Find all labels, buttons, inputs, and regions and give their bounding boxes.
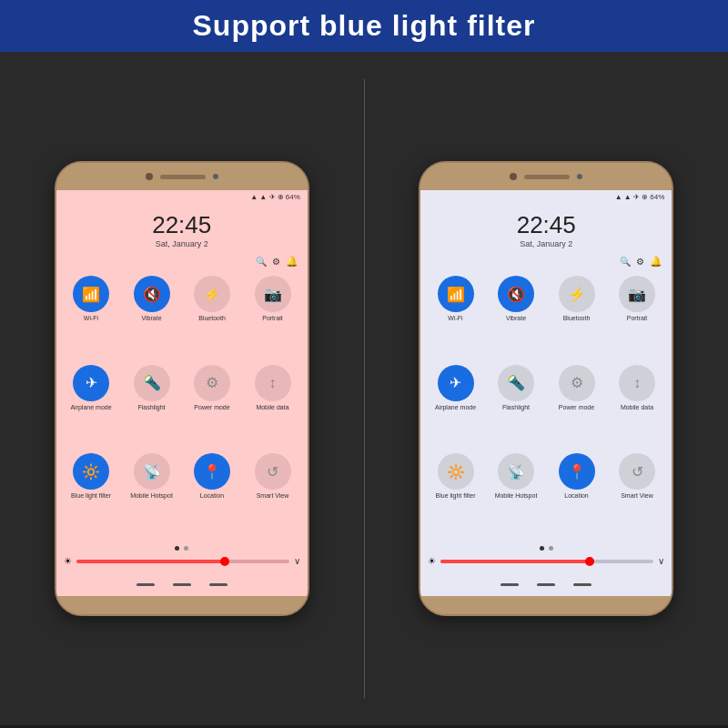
left-bluetooth-item: ⚡ Bluetooth bbox=[185, 276, 240, 359]
right-date: Sat, January 2 bbox=[420, 239, 672, 248]
right-flashlight-btn[interactable]: 🔦 bbox=[498, 365, 534, 401]
right-power-item: ⚙ Power mode bbox=[549, 365, 604, 449]
right-qs-icons: 🔍 ⚙ 🔔 bbox=[420, 253, 672, 270]
right-bluetooth-btn[interactable]: ⚡ bbox=[559, 276, 595, 312]
page-header: Support blue light filter bbox=[0, 0, 728, 52]
right-slider-thumb bbox=[585, 557, 594, 566]
right-bluelight-btn[interactable]: 🔆 bbox=[438, 453, 474, 490]
right-back-btn[interactable] bbox=[500, 583, 519, 586]
right-bluetooth-item: ⚡ Bluetooth bbox=[549, 276, 604, 359]
left-mobiledata-label: Mobile data bbox=[256, 404, 288, 411]
left-notification-icon: 🔔 bbox=[286, 256, 298, 268]
right-airplane-label: Airplane mode bbox=[435, 404, 476, 411]
left-status-icons: ▲ ▲ ✈ ⊕ bbox=[250, 193, 284, 201]
right-screen: ▲ ▲ ✈ ⊕ 64% 22:45 Sat, January 2 🔍 ⚙ 🔔 📶 bbox=[420, 190, 672, 596]
right-bluetooth-label: Bluetooth bbox=[563, 315, 591, 322]
right-location-btn[interactable]: 📍 bbox=[559, 453, 595, 490]
left-vibrate-item: 🔇 Vibrate bbox=[124, 276, 179, 359]
left-bluetooth-btn[interactable]: ⚡ bbox=[194, 276, 230, 312]
right-portrait-item: 📷 Portrait bbox=[610, 276, 665, 359]
right-flashlight-label: Flashlight bbox=[502, 404, 530, 411]
left-location-item: 📍 Location bbox=[185, 453, 240, 537]
right-slider-fill bbox=[440, 560, 590, 563]
right-power-btn[interactable]: ⚙ bbox=[559, 365, 595, 401]
right-airplane-btn[interactable]: ✈ bbox=[438, 365, 474, 401]
left-slider-track[interactable] bbox=[76, 560, 289, 563]
right-search-icon: 🔍 bbox=[620, 257, 631, 267]
right-smartview-btn[interactable]: ↺ bbox=[619, 453, 655, 490]
right-settings-icon: ⚙ bbox=[636, 257, 644, 267]
left-dots bbox=[64, 546, 300, 552]
left-power-item: ⚙ Power mode bbox=[185, 365, 240, 449]
right-vibrate-label: Vibrate bbox=[506, 315, 526, 322]
left-hotspot-btn[interactable]: 📡 bbox=[134, 453, 170, 490]
left-date: Sat, January 2 bbox=[56, 239, 308, 248]
right-hotspot-label: Mobile Hotspot bbox=[495, 492, 538, 500]
right-bottom-area: ☀ ∨ bbox=[420, 542, 672, 573]
right-nav-bar bbox=[420, 573, 672, 596]
left-portrait-label: Portrait bbox=[262, 315, 283, 322]
left-slider-fill bbox=[76, 560, 226, 563]
left-chevron-icon: ∨ bbox=[294, 556, 300, 566]
left-bluelight-label: Blue light filter bbox=[71, 492, 111, 500]
left-settings-icon: ⚙ bbox=[272, 257, 280, 267]
right-home-btn[interactable] bbox=[537, 583, 555, 586]
right-location-label: Location bbox=[564, 492, 588, 500]
left-flashlight-item: 🔦 Flashlight bbox=[124, 365, 179, 449]
left-bluetooth-label: Bluetooth bbox=[198, 315, 226, 322]
header-title: Support blue light filter bbox=[193, 9, 536, 42]
right-bluelight-item: 🔆 Blue light filter bbox=[428, 453, 483, 537]
left-dot-2 bbox=[184, 546, 188, 551]
right-wifi-label: Wi-Fi bbox=[448, 315, 462, 322]
right-smartview-item: ↺ Smart View bbox=[610, 453, 665, 537]
left-recent-btn[interactable] bbox=[209, 583, 228, 586]
left-wifi-btn[interactable]: 📶 bbox=[73, 276, 109, 312]
left-flashlight-label: Flashlight bbox=[138, 404, 166, 411]
right-slider-track[interactable] bbox=[440, 560, 653, 563]
right-mobiledata-item: ↕ Mobile data bbox=[610, 365, 665, 449]
left-home-btn[interactable] bbox=[173, 583, 191, 586]
right-flashlight-item: 🔦 Flashlight bbox=[489, 365, 544, 449]
left-nav-bar bbox=[56, 573, 308, 596]
left-back-btn[interactable] bbox=[136, 583, 155, 586]
left-sun-icon: ☀ bbox=[64, 556, 72, 566]
right-mobiledata-label: Mobile data bbox=[621, 404, 653, 411]
right-hotspot-item: 📡 Mobile Hotspot bbox=[489, 453, 544, 537]
right-phone: ▲ ▲ ✈ ⊕ 64% 22:45 Sat, January 2 🔍 ⚙ 🔔 📶 bbox=[419, 161, 673, 616]
right-portrait-btn[interactable]: 📷 bbox=[619, 276, 655, 312]
right-notification-icon: 🔔 bbox=[650, 256, 662, 268]
left-phone-top bbox=[56, 163, 308, 190]
right-status-icons: ▲ ▲ ✈ ⊕ bbox=[615, 193, 649, 201]
left-flashlight-btn[interactable]: 🔦 bbox=[134, 365, 170, 401]
left-bottom-area: ☀ ∨ bbox=[56, 542, 308, 573]
left-power-btn[interactable]: ⚙ bbox=[194, 365, 230, 401]
left-smartview-btn[interactable]: ↺ bbox=[255, 453, 291, 490]
main-content: ▲ ▲ ✈ ⊕ 64% 22:45 Sat, January 2 🔍 ⚙ 🔔 📶 bbox=[0, 52, 728, 725]
left-mobiledata-btn[interactable]: ↕ bbox=[255, 365, 291, 401]
left-airplane-btn[interactable]: ✈ bbox=[73, 365, 109, 401]
right-vibrate-btn[interactable]: 🔇 bbox=[498, 276, 534, 312]
left-portrait-btn[interactable]: 📷 bbox=[255, 276, 291, 312]
right-portrait-label: Portrait bbox=[627, 315, 648, 322]
left-camera bbox=[146, 173, 153, 180]
right-chevron-icon: ∨ bbox=[658, 556, 664, 566]
right-recent-btn[interactable] bbox=[573, 583, 592, 586]
left-vibrate-btn[interactable]: 🔇 bbox=[134, 276, 170, 312]
left-location-btn[interactable]: 📍 bbox=[194, 453, 230, 490]
right-wifi-btn[interactable]: 📶 bbox=[438, 276, 474, 312]
left-phone-bottom bbox=[56, 596, 308, 614]
left-vibrate-label: Vibrate bbox=[141, 315, 161, 322]
right-airplane-item: ✈ Airplane mode bbox=[428, 365, 483, 449]
right-sun-icon: ☀ bbox=[428, 556, 436, 566]
left-bluelight-btn[interactable]: 🔆 bbox=[73, 453, 109, 490]
right-speaker bbox=[524, 175, 570, 179]
right-mobiledata-btn[interactable]: ↕ bbox=[619, 365, 655, 401]
right-power-label: Power mode bbox=[559, 404, 594, 411]
right-hotspot-btn[interactable]: 📡 bbox=[498, 453, 534, 490]
right-time: 22:45 bbox=[420, 211, 672, 239]
left-portrait-item: 📷 Portrait bbox=[245, 276, 300, 359]
left-speaker bbox=[160, 175, 206, 179]
left-clock-area: 22:45 Sat, January 2 bbox=[56, 204, 308, 253]
right-dots bbox=[428, 546, 664, 552]
right-wifi-item: 📶 Wi-Fi bbox=[428, 276, 483, 359]
